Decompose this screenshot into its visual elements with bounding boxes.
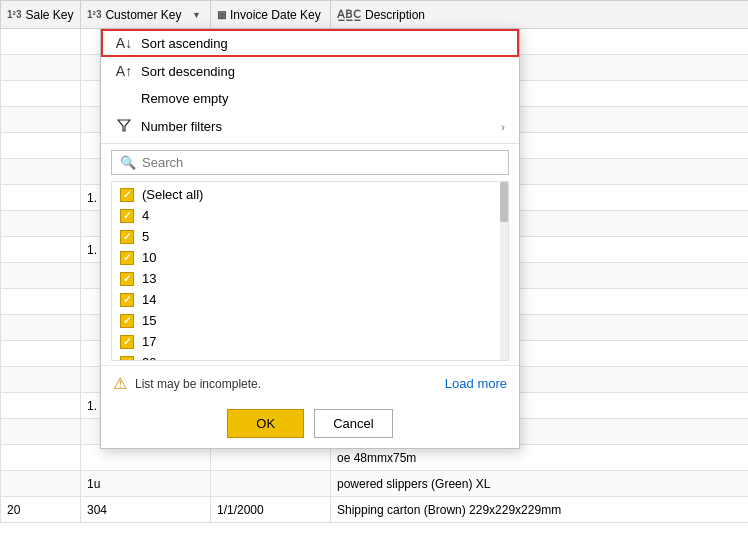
select-all-item[interactable]: (Select all) bbox=[112, 184, 508, 205]
cell-sale bbox=[1, 419, 81, 445]
check-item[interactable]: 10 bbox=[112, 247, 508, 268]
number-filters-item[interactable]: Number filters › bbox=[101, 112, 519, 141]
cell-sale bbox=[1, 367, 81, 393]
cell-sale: 20 bbox=[1, 497, 81, 523]
sort-asc-icon: A↓ bbox=[115, 35, 133, 51]
checkbox[interactable] bbox=[120, 356, 134, 362]
check-item-label: 5 bbox=[142, 229, 149, 244]
cell-sale bbox=[1, 445, 81, 471]
col-header-description: A̲B̲C̲ Description bbox=[331, 1, 749, 29]
cell-description: Shipping carton (Brown) 229x229x229mm bbox=[331, 497, 749, 523]
cell-sale bbox=[1, 211, 81, 237]
table-row: 203041/1/2000Shipping carton (Brown) 229… bbox=[1, 497, 749, 523]
col-label-invoice: Invoice Date Key bbox=[230, 8, 321, 22]
check-item-label: 14 bbox=[142, 292, 156, 307]
col-header-sale[interactable]: 1²3 Sale Key ▼ bbox=[1, 1, 81, 29]
checkbox[interactable] bbox=[120, 335, 134, 349]
cell-sale bbox=[1, 237, 81, 263]
checkbox[interactable] bbox=[120, 293, 134, 307]
cell-sale bbox=[1, 471, 81, 497]
col-label-sale: Sale Key bbox=[25, 8, 73, 22]
col-dropdown-customer[interactable]: ▼ bbox=[189, 9, 204, 21]
col-header-invoice[interactable]: ▦ Invoice Date Key ▼ bbox=[211, 1, 331, 29]
sort-descending-item[interactable]: A↑ Sort descending bbox=[101, 57, 519, 85]
load-more-link[interactable]: Load more bbox=[445, 376, 507, 391]
check-item-label: 10 bbox=[142, 250, 156, 265]
check-item-label: 20 bbox=[142, 355, 156, 361]
checkbox[interactable] bbox=[120, 251, 134, 265]
number-filters-label: Number filters bbox=[141, 119, 222, 134]
cell-invoice bbox=[211, 471, 331, 497]
search-icon: 🔍 bbox=[120, 155, 136, 170]
action-buttons: OK Cancel bbox=[101, 401, 519, 448]
cell-sale bbox=[1, 341, 81, 367]
select-all-label: (Select all) bbox=[142, 187, 203, 202]
sort-descending-label: Sort descending bbox=[141, 64, 235, 79]
warning-text: List may be incomplete. bbox=[135, 377, 261, 391]
cell-sale bbox=[1, 29, 81, 55]
col-label-description: Description bbox=[365, 8, 425, 22]
cell-sale bbox=[1, 133, 81, 159]
warning-footer: ⚠ List may be incomplete. Load more bbox=[101, 365, 519, 401]
filter-icon bbox=[115, 118, 133, 135]
cell-sale bbox=[1, 81, 81, 107]
remove-empty-item[interactable]: Remove empty bbox=[101, 85, 519, 112]
col-type-icon-invoice: ▦ bbox=[217, 9, 226, 20]
filter-dropdown: A↓ Sort ascending A↑ Sort descending Rem… bbox=[100, 28, 520, 449]
cell-sale bbox=[1, 263, 81, 289]
sort-desc-icon: A↑ bbox=[115, 63, 133, 79]
number-filters-arrow: › bbox=[501, 121, 505, 133]
col-type-icon-description: A̲B̲C̲ bbox=[337, 8, 361, 21]
col-header-customer[interactable]: 1²3 Customer Key ▼ bbox=[81, 1, 211, 29]
ok-button[interactable]: OK bbox=[227, 409, 304, 438]
check-item-label: 13 bbox=[142, 271, 156, 286]
cell-sale bbox=[1, 159, 81, 185]
menu-divider bbox=[101, 143, 519, 144]
cell-sale bbox=[1, 393, 81, 419]
cell-customer: 1u bbox=[81, 471, 211, 497]
check-item[interactable]: 5 bbox=[112, 226, 508, 247]
svg-marker-0 bbox=[118, 120, 130, 131]
checkbox-list: (Select all) 45101314151720 bbox=[111, 181, 509, 361]
col-type-icon-customer: 1²3 bbox=[87, 9, 101, 20]
scrollbar-track[interactable] bbox=[500, 182, 508, 360]
check-item-label: 15 bbox=[142, 313, 156, 328]
table-header-row: 1²3 Sale Key ▼ 1²3 Customer Key ▼ ▦ bbox=[1, 1, 749, 29]
sort-ascending-item[interactable]: A↓ Sort ascending bbox=[101, 29, 519, 57]
cell-sale bbox=[1, 107, 81, 133]
cell-sale bbox=[1, 289, 81, 315]
check-item[interactable]: 15 bbox=[112, 310, 508, 331]
table-container: 1²3 Sale Key ▼ 1²3 Customer Key ▼ ▦ bbox=[0, 0, 748, 554]
checkbox[interactable] bbox=[120, 314, 134, 328]
cancel-button[interactable]: Cancel bbox=[314, 409, 392, 438]
warning-icon: ⚠ bbox=[113, 374, 127, 393]
check-item[interactable]: 13 bbox=[112, 268, 508, 289]
col-type-icon-sale: 1²3 bbox=[7, 9, 21, 20]
checkbox[interactable] bbox=[120, 209, 134, 223]
cell-sale bbox=[1, 185, 81, 211]
remove-empty-label: Remove empty bbox=[141, 91, 228, 106]
check-item[interactable]: 17 bbox=[112, 331, 508, 352]
checkbox[interactable] bbox=[120, 230, 134, 244]
search-input[interactable] bbox=[142, 155, 500, 170]
col-dropdown-invoice[interactable]: ▼ bbox=[325, 9, 331, 21]
cell-description: powered slippers (Green) XL bbox=[331, 471, 749, 497]
sort-ascending-label: Sort ascending bbox=[141, 36, 228, 51]
check-item-label: 4 bbox=[142, 208, 149, 223]
cell-sale bbox=[1, 315, 81, 341]
cell-invoice: 1/1/2000 bbox=[211, 497, 331, 523]
select-all-checkbox[interactable] bbox=[120, 188, 134, 202]
search-box[interactable]: 🔍 bbox=[111, 150, 509, 175]
checkbox-list-inner: (Select all) 45101314151720 bbox=[112, 182, 508, 361]
col-label-customer: Customer Key bbox=[105, 8, 181, 22]
cell-sale bbox=[1, 55, 81, 81]
cell-customer: 304 bbox=[81, 497, 211, 523]
checkbox[interactable] bbox=[120, 272, 134, 286]
scrollbar-thumb[interactable] bbox=[500, 182, 508, 222]
table-row: 1upowered slippers (Green) XL bbox=[1, 471, 749, 497]
check-item[interactable]: 20 bbox=[112, 352, 508, 361]
check-item-label: 17 bbox=[142, 334, 156, 349]
check-item[interactable]: 14 bbox=[112, 289, 508, 310]
checkbox-items-container: 45101314151720 bbox=[112, 205, 508, 361]
check-item[interactable]: 4 bbox=[112, 205, 508, 226]
